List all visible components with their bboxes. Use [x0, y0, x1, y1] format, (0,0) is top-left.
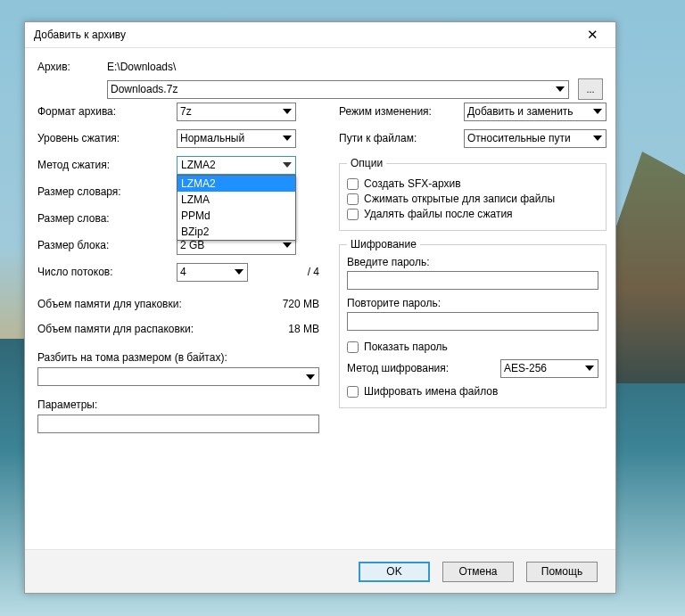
- cancel-button[interactable]: Отмена: [442, 562, 514, 582]
- method-dropdown-list: LZMA2 LZMA PPMd BZip2: [177, 175, 296, 241]
- method-label: Метод сжатия:: [37, 159, 177, 171]
- mem-pack-label: Объем памяти для упаковки:: [37, 298, 257, 310]
- method-option[interactable]: PPMd: [177, 208, 295, 224]
- format-select[interactable]: 7z: [177, 103, 296, 121]
- mem-pack-value: 720 MB: [257, 298, 319, 310]
- close-icon[interactable]: ✕: [574, 25, 610, 45]
- method-option[interactable]: BZip2: [177, 224, 295, 240]
- update-mode-select[interactable]: Добавить и заменить: [464, 103, 607, 121]
- update-mode-label: Режим изменения:: [339, 105, 464, 118]
- threads-max: / 4: [248, 266, 319, 278]
- browse-button[interactable]: ...: [578, 78, 603, 100]
- enc-method-label: Метод шифрования:: [347, 362, 500, 374]
- threads-label: Число потоков:: [37, 266, 177, 278]
- method-select[interactable]: LZMA2 LZMA2 LZMA PPMd BZip2: [177, 156, 296, 175]
- help-button[interactable]: Помощь: [526, 562, 598, 582]
- paths-label: Пути к файлам:: [339, 132, 464, 144]
- params-input[interactable]: [37, 415, 319, 433]
- archive-label: Архив:: [37, 61, 107, 73]
- delete-checkbox[interactable]: Удалять файлы после сжатия: [347, 208, 598, 220]
- format-label: Формат архива:: [37, 105, 177, 118]
- dict-label: Размер словаря:: [37, 185, 177, 198]
- level-select[interactable]: Нормальный: [177, 129, 296, 148]
- paths-select[interactable]: Относительные пути: [464, 129, 607, 148]
- level-label: Уровень сжатия:: [37, 132, 177, 144]
- options-legend: Опции: [347, 157, 386, 169]
- add-to-archive-dialog: Добавить к архиву ✕ Архив: E:\Downloads\…: [24, 21, 616, 594]
- threads-select[interactable]: 4: [177, 263, 248, 282]
- encryption-group: Шифрование Введите пароль: Повторите пар…: [339, 238, 607, 408]
- method-option[interactable]: LZMA2: [177, 176, 295, 192]
- split-select[interactable]: [37, 367, 319, 386]
- password-input[interactable]: [347, 271, 598, 290]
- archive-path: E:\Downloads\: [107, 61, 603, 73]
- archive-name-combo[interactable]: Downloads.7z: [107, 80, 569, 99]
- password-repeat-label: Повторите пароль:: [347, 297, 598, 309]
- mem-unpack-label: Объем памяти для распаковки:: [37, 323, 257, 335]
- split-label: Разбить на тома размером (в байтах):: [37, 351, 319, 364]
- shared-checkbox[interactable]: Сжимать открытые для записи файлы: [347, 193, 598, 205]
- method-option[interactable]: LZMA: [177, 192, 295, 208]
- titlebar: Добавить к архиву ✕: [25, 22, 615, 48]
- word-label: Размер слова:: [37, 212, 177, 225]
- ok-button[interactable]: OK: [359, 562, 430, 582]
- password-enter-label: Введите пароль:: [347, 256, 598, 268]
- window-title: Добавить к архиву: [34, 29, 574, 41]
- options-group: Опции Создать SFX-архив Сжимать открытые…: [339, 157, 607, 231]
- enc-method-select[interactable]: AES-256: [500, 359, 598, 378]
- show-password-checkbox[interactable]: Показать пароль: [347, 341, 598, 353]
- dialog-footer: OK Отмена Помощь: [25, 549, 615, 593]
- sfx-checkbox[interactable]: Создать SFX-архив: [347, 177, 598, 190]
- block-label: Размер блока:: [37, 239, 177, 251]
- password-repeat-input[interactable]: [347, 312, 598, 331]
- mem-unpack-value: 18 MB: [257, 323, 319, 335]
- encryption-legend: Шифрование: [347, 238, 420, 251]
- params-label: Параметры:: [37, 398, 319, 411]
- encrypt-names-checkbox[interactable]: Шифровать имена файлов: [347, 385, 598, 398]
